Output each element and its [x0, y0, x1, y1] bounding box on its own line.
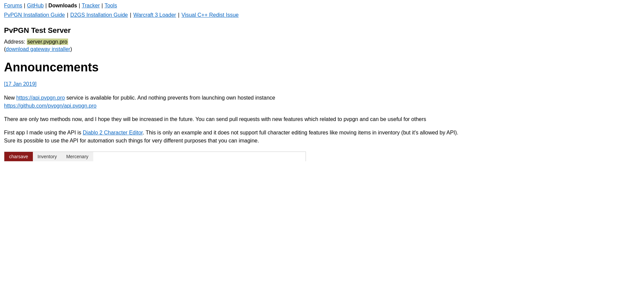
nav-sep-1: | [24, 3, 25, 9]
nav-downloads[interactable]: Downloads [48, 3, 77, 9]
gateway-link-para: (download gateway installer) [4, 46, 640, 52]
subnav-warcraft3-loader[interactable]: Warcraft 3 Loader [133, 12, 176, 18]
github-api-link[interactable]: https://github.com/pvpgn/api.pvpgn.pro [4, 103, 97, 109]
announcement-para-3: First app I made using the API is Diablo… [4, 129, 640, 145]
sub-nav: PvPGN Installation Guide | D2GS Installa… [4, 12, 640, 18]
nav-sep-2: | [45, 3, 47, 9]
announcement-date-link[interactable]: [17 Jan 2019] [4, 81, 37, 87]
tab-charsave[interactable]: charsave [4, 152, 33, 161]
announcements-section: Announcements [17 Jan 2019] New https://… [4, 60, 640, 145]
address-prefix: Address: [4, 39, 25, 45]
subnav-sep-3: | [178, 12, 179, 18]
address-value: server.pvpgn.pro [27, 39, 68, 45]
para3-before-link: First app I made using the API is [4, 130, 83, 135]
address-line: Address: server.pvpgn.pro [4, 39, 640, 45]
main-nav: Forums | GitHub | Downloads | Tracker | … [4, 3, 640, 9]
subnav-sep-1: | [67, 12, 68, 18]
subnav-sep-2: | [130, 12, 131, 18]
announcement-date: [17 Jan 2019] [4, 81, 640, 87]
nav-sep-4: | [101, 3, 103, 9]
nav-tools[interactable]: Tools [105, 3, 117, 9]
tab-inventory[interactable]: Inventory [33, 152, 62, 161]
nav-forums[interactable]: Forums [4, 3, 22, 9]
announcement-para-2: There are only two methods now, and I ho… [4, 115, 640, 123]
tabs-bar: charsave Inventory Mercenary [4, 152, 306, 161]
nav-github[interactable]: GitHub [27, 3, 44, 9]
server-section: PvPGN Test Server Address: server.pvpgn.… [4, 26, 640, 52]
announcements-title: Announcements [4, 60, 640, 74]
announcement-para-1: New https://api.pvpgn.pro service is ava… [4, 94, 640, 110]
subnav-pvpgn-install[interactable]: PvPGN Installation Guide [4, 12, 65, 18]
diablo2-editor-link[interactable]: Diablo 2 Character Editor [83, 130, 143, 135]
server-title: PvPGN Test Server [4, 26, 640, 35]
nav-sep-3: | [79, 3, 80, 9]
para1-after-link: service is available for public. And not… [65, 95, 275, 101]
subnav-d2gs-install[interactable]: D2GS Installation Guide [70, 12, 128, 18]
nav-tracker[interactable]: Tracker [82, 3, 100, 9]
gateway-link[interactable]: download gateway installer [6, 46, 70, 52]
subnav-vcredist[interactable]: Visual C++ Redist Issue [181, 12, 238, 18]
tab-mercenary[interactable]: Mercenary [61, 152, 93, 161]
api-link[interactable]: https://api.pvpgn.pro [16, 95, 65, 101]
para1-before-link: New [4, 95, 16, 101]
